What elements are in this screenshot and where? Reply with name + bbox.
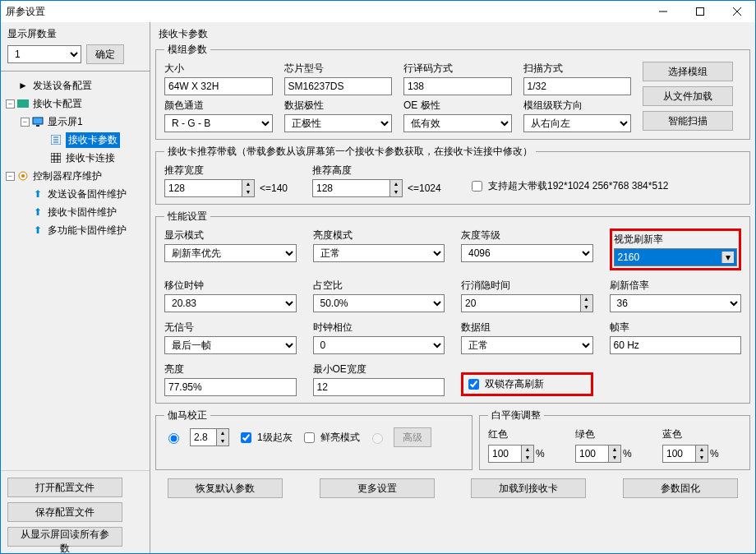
decode-field	[403, 77, 512, 95]
oe-select[interactable]: 低有效	[403, 114, 512, 132]
svg-point-17	[21, 174, 25, 178]
upload-icon: ⬆	[31, 188, 44, 200]
recommend-group: 接收卡推荐带载（带载参数从该屏幕第一个接收卡参数获取，在接收卡连接中修改） 推荐…	[155, 145, 750, 205]
whitebalance-group: 白平衡调整 红色 绿色 蓝色 ▲▼% ▲▼% ▲▼%	[479, 409, 750, 470]
decode-label: 行译码方式	[403, 62, 512, 76]
spinner[interactable]: ▲▼	[695, 446, 708, 462]
adv-radio	[368, 431, 385, 444]
smart-scan-button[interactable]: 智能扫描	[643, 111, 733, 131]
module-params-group: 模组参数 大小 芯片型号 行译码方式 扫描方式 选择模组 从文件加载 智能扫描 …	[155, 43, 750, 140]
upload-icon: ⬆	[31, 206, 44, 218]
spinner[interactable]: ▲▼	[608, 446, 620, 462]
save-config-button[interactable]: 保存配置文件	[7, 502, 122, 522]
reco-w-label: 推荐宽度	[164, 164, 304, 178]
close-button[interactable]	[718, 1, 755, 22]
vrefresh-select[interactable]: 2160	[614, 248, 738, 266]
tree-send-fw[interactable]: ⬆发送设备固件维护	[2, 185, 148, 203]
tree-multi-fw[interactable]: ⬆多功能卡固件维护	[2, 221, 148, 239]
phase-select[interactable]: 0	[313, 336, 445, 354]
gamma-legend: 伽马校正	[164, 409, 210, 422]
load-from-file-button[interactable]: 从文件加载	[643, 86, 733, 106]
screen-count-select[interactable]: 1	[7, 45, 81, 63]
advanced-button: 高级	[394, 427, 431, 447]
tree-recv-fw[interactable]: ⬆接收卡固件维护	[2, 203, 148, 221]
dgrp-select[interactable]: 正常	[461, 336, 593, 354]
collapse-icon[interactable]: −	[6, 99, 15, 108]
confirm-button[interactable]: 确定	[86, 44, 124, 64]
size-field	[164, 77, 273, 95]
gray-label: 灰度等级	[461, 229, 593, 242]
spinner[interactable]: ▲▼	[216, 429, 228, 446]
polarity-label: 数据极性	[284, 99, 393, 113]
gamma-group: 伽马校正 ▲▼ 1级起灰 鲜亮模式 高级	[155, 409, 472, 470]
disp-mode-select[interactable]: 刷新率优先	[164, 244, 297, 262]
wb-r-label: 红色	[488, 427, 567, 441]
svg-rect-11	[51, 153, 61, 163]
open-config-button[interactable]: 打开配置文件	[7, 478, 122, 497]
card-icon	[16, 98, 30, 109]
polarity-select[interactable]: 正极性	[284, 114, 393, 132]
tree-recv-conn[interactable]: 接收卡连接	[2, 149, 148, 167]
blank-input[interactable]	[461, 294, 593, 312]
screen-count-label: 显示屏数量	[1, 22, 150, 43]
solidify-button[interactable]: 参数固化	[623, 478, 738, 498]
color-select[interactable]: R - G - B	[164, 114, 273, 132]
bright-mode-select[interactable]: 正常	[313, 244, 445, 262]
collapse-icon[interactable]: −	[21, 118, 30, 127]
duty-label: 占空比	[313, 279, 445, 293]
spinner[interactable]: ▲▼	[521, 446, 533, 462]
tree-controller-fw[interactable]: −控制器程序维护	[2, 167, 148, 185]
tree-screen1[interactable]: −显示屏1	[2, 113, 148, 131]
svg-rect-4	[17, 99, 29, 108]
chip-label: 芯片型号	[284, 62, 393, 76]
collapse-icon[interactable]: −	[6, 172, 15, 181]
minimize-button[interactable]	[644, 1, 681, 22]
cascade-select[interactable]: 从右向左	[523, 114, 632, 132]
performance-legend: 性能设置	[164, 210, 210, 224]
restore-defaults-button[interactable]: 恢复默认参数	[168, 478, 283, 498]
spinner[interactable]: ▲▼	[242, 180, 254, 196]
big-load-checkbox[interactable]: 支持超大带载192*1024 256*768 384*512	[468, 178, 668, 194]
wb-legend: 白平衡调整	[488, 409, 544, 422]
params-icon	[49, 134, 62, 145]
spinner[interactable]: ▲▼	[580, 295, 592, 312]
mult-select[interactable]: 36	[610, 294, 742, 312]
oe-label: OE 极性	[403, 99, 512, 113]
fps-field	[610, 336, 742, 354]
fresh-checkbox[interactable]: 鲜亮模式	[301, 430, 360, 446]
shift-select[interactable]: 20.83	[164, 294, 297, 312]
vrefresh-label: 视觉刷新率	[614, 233, 738, 247]
disp-mode-label: 显示模式	[164, 229, 297, 242]
recommend-legend: 接收卡推荐带载（带载参数从该屏幕第一个接收卡参数获取，在接收卡连接中修改）	[164, 145, 536, 159]
tree-recv-params[interactable]: 接收卡参数	[2, 131, 148, 149]
duty-select[interactable]: 50.0%	[313, 294, 445, 312]
vrefresh-highlight: 视觉刷新率2160	[610, 229, 742, 270]
more-settings-button[interactable]: 更多设置	[320, 478, 435, 498]
dgrp-label: 数据组	[461, 321, 593, 335]
cascade-label: 模组级联方向	[523, 99, 632, 113]
level1-checkbox[interactable]: 1级起灰	[237, 430, 293, 446]
svg-rect-5	[33, 118, 43, 124]
select-module-button[interactable]: 选择模组	[643, 62, 733, 81]
load-to-card-button[interactable]: 加载到接收卡	[471, 478, 586, 498]
tree-send-config[interactable]: ►发送设备配置	[2, 76, 148, 95]
scan-label: 扫描方式	[523, 62, 632, 76]
dual-latch-highlight: 双锁存高刷新	[461, 372, 593, 396]
phase-label: 时钟相位	[313, 321, 445, 335]
monitor-icon	[31, 116, 44, 127]
tree-recv-config[interactable]: −接收卡配置	[2, 95, 148, 113]
gamma-radio[interactable]	[164, 431, 182, 444]
reco-w-limit: <=140	[260, 182, 288, 194]
gray-select[interactable]: 4096	[461, 244, 593, 262]
blank-label: 行消隐时间	[461, 279, 593, 293]
maximize-button[interactable]	[681, 1, 718, 22]
nosig-select[interactable]: 最后一帧	[164, 336, 297, 354]
size-label: 大小	[164, 62, 273, 76]
readback-button[interactable]: 从显示屏回读所有参数	[7, 527, 122, 547]
scan-field	[523, 77, 632, 95]
reco-h-label: 推荐高度	[312, 164, 460, 178]
chip-field	[284, 77, 393, 95]
dual-latch-checkbox[interactable]: 双锁存高刷新	[465, 376, 544, 392]
nav-tree: ►发送设备配置 −接收卡配置 −显示屏1 接收卡参数 接收卡连接 −控制器程序维…	[1, 72, 150, 470]
spinner[interactable]: ▲▼	[390, 180, 402, 196]
